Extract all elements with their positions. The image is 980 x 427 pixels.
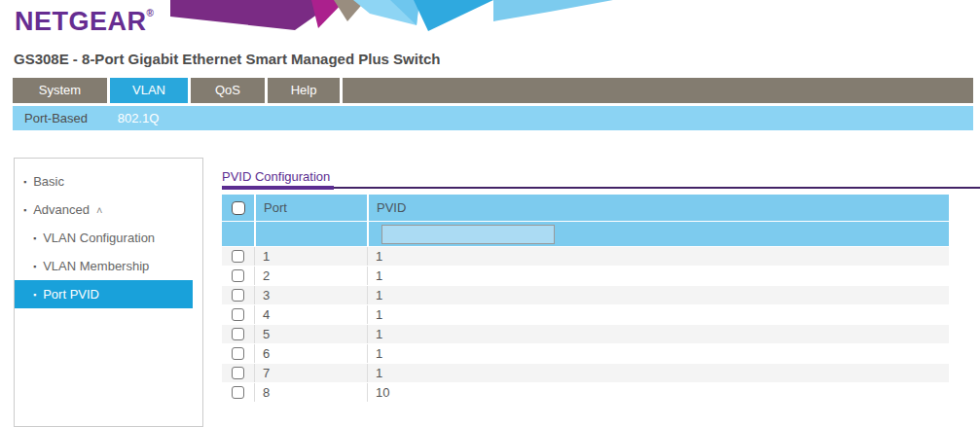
- edit-row-pvid-cell: [367, 222, 949, 246]
- column-header-pvid: PVID: [367, 195, 949, 221]
- table-row: 3 1: [222, 285, 949, 304]
- pvid-cell: 1: [367, 267, 949, 285]
- column-header-port: Port: [254, 195, 367, 221]
- port-cell: 2: [254, 267, 367, 285]
- table-row: 5 1: [222, 324, 949, 343]
- table-row: 4 1: [222, 304, 949, 324]
- edit-row-port-cell: [254, 222, 367, 246]
- sidebar-item-label: Advanced: [33, 202, 90, 217]
- port-cell: 7: [254, 364, 367, 382]
- port-cell: 6: [254, 344, 367, 363]
- row-checkbox[interactable]: [232, 250, 244, 263]
- table-header-row: Port PVID: [222, 195, 949, 221]
- main-nav: System VLAN QoS Help: [13, 78, 973, 103]
- nav-filler: [343, 78, 973, 103]
- sidebar-item-basic[interactable]: ▪Basic: [15, 167, 202, 196]
- bullet-icon: ▪: [23, 205, 26, 215]
- table-row: 1 1: [222, 246, 949, 266]
- pvid-cell: 1: [367, 364, 949, 382]
- sidebar-item-vlan-membership[interactable]: ▪VLAN Membership: [15, 252, 202, 280]
- sidebar-item-advanced[interactable]: ▪Advanced˄: [15, 196, 202, 224]
- netgear-logo: NETGEAR®: [15, 7, 154, 37]
- row-checkbox[interactable]: [232, 308, 244, 321]
- select-all-checkbox[interactable]: [232, 201, 245, 215]
- sidebar-item-label: VLAN Configuration: [43, 231, 155, 245]
- header-banner-graphic: [170, 0, 628, 31]
- row-checkbox[interactable]: [232, 347, 244, 360]
- table-row: 7 1: [222, 363, 949, 382]
- pvid-cell: 1: [367, 286, 949, 304]
- heading-divider: [222, 187, 980, 189]
- row-checkbox[interactable]: [232, 289, 244, 302]
- row-checkbox[interactable]: [232, 269, 244, 282]
- sidebar-item-label: VLAN Membership: [43, 259, 149, 273]
- subnav-item-port-based[interactable]: Port-Based: [24, 106, 88, 130]
- sidebar-item-port-pvid[interactable]: ▪Port PVID: [15, 280, 193, 308]
- sidebar-item-vlan-configuration[interactable]: ▪VLAN Configuration: [15, 224, 202, 252]
- bullet-icon: ▪: [33, 290, 36, 300]
- bullet-icon: ▪: [23, 177, 26, 187]
- vlan-subnav: Port-Based 802.1Q: [13, 106, 973, 130]
- nav-tab-help[interactable]: Help: [268, 78, 340, 103]
- registered-trademark: ®: [147, 8, 155, 18]
- page-title: PVID Configuration: [222, 169, 330, 184]
- pvid-cell: 10: [367, 383, 949, 402]
- pvid-edit-row: [222, 221, 949, 246]
- bullet-icon: ▪: [33, 233, 36, 243]
- row-checkbox[interactable]: [232, 328, 244, 340]
- row-checkbox[interactable]: [232, 386, 244, 399]
- row-checkbox[interactable]: [232, 367, 244, 379]
- product-title: GS308E - 8-Port Gigabit Ethernet Smart M…: [14, 51, 440, 67]
- nav-tab-qos[interactable]: QoS: [191, 78, 265, 103]
- pvid-table: Port PVID 1 1 2 1 3 1 4 1: [222, 195, 949, 402]
- pvid-cell: 1: [367, 305, 949, 324]
- pvid-cell: 1: [367, 247, 949, 266]
- pvid-input[interactable]: [381, 225, 555, 244]
- port-cell: 4: [254, 305, 367, 324]
- table-row: 6 1: [222, 343, 949, 363]
- heading-underline: [222, 186, 334, 190]
- sidebar-item-label: Basic: [33, 174, 64, 189]
- port-cell: 1: [254, 247, 367, 266]
- sidebar: ▪Basic ▪Advanced˄ ▪VLAN Configuration ▪V…: [14, 158, 203, 427]
- pvid-cell: 1: [367, 344, 949, 363]
- table-row: 2 1: [222, 266, 949, 285]
- port-cell: 3: [254, 286, 367, 304]
- port-cell: 5: [254, 325, 367, 343]
- subnav-item-8021q[interactable]: 802.1Q: [118, 106, 160, 130]
- pvid-cell: 1: [367, 325, 949, 343]
- nav-tab-system[interactable]: System: [13, 78, 107, 103]
- table-body: 1 1 2 1 3 1 4 1 5 1 6 1 7: [222, 246, 949, 402]
- table-row: 8 10: [222, 382, 949, 402]
- nav-tab-vlan[interactable]: VLAN: [110, 78, 188, 103]
- sidebar-item-label: Port PVID: [43, 287, 99, 302]
- collapse-caret-icon: ˄: [96, 204, 102, 216]
- port-cell: 8: [254, 383, 367, 402]
- bullet-icon: ▪: [33, 262, 36, 271]
